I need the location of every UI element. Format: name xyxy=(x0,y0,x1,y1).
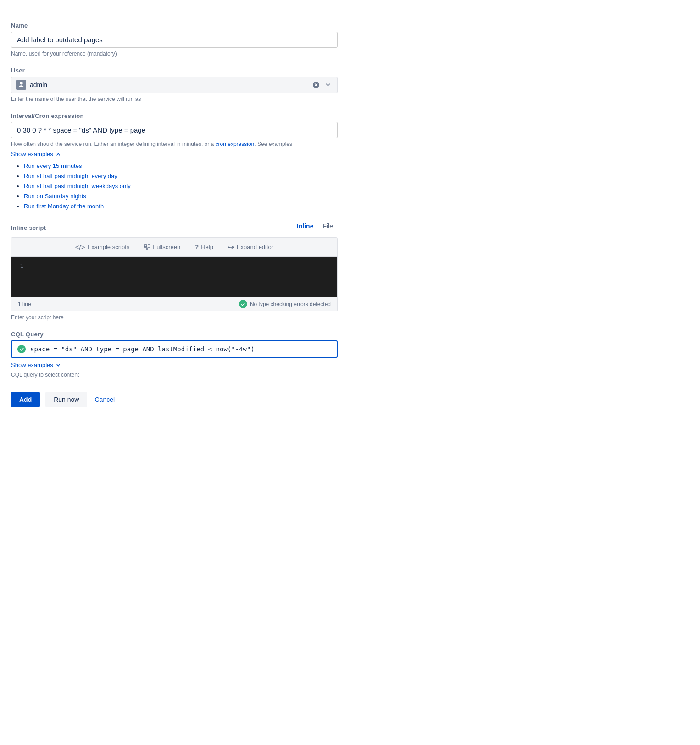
list-item: Run first Monday of the month xyxy=(24,202,338,210)
editor-helper: Enter your script here xyxy=(11,314,338,322)
user-avatar-icon xyxy=(16,80,26,90)
help-icon: ? xyxy=(195,244,199,250)
editor-footer: 1 line No type checking errors detected xyxy=(11,297,337,311)
example-run-first-monday[interactable]: Run first Monday of the month xyxy=(24,203,104,210)
add-button[interactable]: Add xyxy=(11,392,40,407)
tab-file[interactable]: File xyxy=(318,221,338,234)
name-input[interactable] xyxy=(11,32,338,48)
inline-script-label: Inline script xyxy=(11,224,46,231)
cql-input-wrapper xyxy=(11,340,338,358)
cql-label: CQL Query xyxy=(11,331,338,338)
run-now-button[interactable]: Run now xyxy=(45,392,87,407)
cancel-button[interactable]: Cancel xyxy=(93,392,117,407)
cql-input[interactable] xyxy=(30,345,331,353)
user-select-actions xyxy=(311,80,333,89)
name-label: Name xyxy=(11,22,338,29)
tab-group: Inline File xyxy=(292,221,338,234)
help-button[interactable]: ? Help xyxy=(192,242,216,252)
show-examples-button[interactable]: Show examples xyxy=(11,150,61,157)
user-label: User xyxy=(11,67,338,74)
example-run-15min[interactable]: Run every 15 minutes xyxy=(24,162,82,169)
check-icon xyxy=(239,300,247,308)
cql-query-section: CQL Query xyxy=(11,331,338,358)
no-errors: No type checking errors detected xyxy=(239,300,331,308)
list-item: Run at half past midnight weekdays only xyxy=(24,182,338,189)
svg-rect-1 xyxy=(144,245,147,247)
list-item: Run on Saturday nights xyxy=(24,192,338,200)
svg-rect-2 xyxy=(148,248,150,250)
name-helper: Name, used for your reference (mandatory… xyxy=(11,50,338,58)
example-scripts-button[interactable]: </> Example scripts xyxy=(72,241,132,253)
user-name-text: admin xyxy=(30,81,308,89)
user-clear-button[interactable] xyxy=(311,80,321,89)
code-icon: </> xyxy=(75,243,85,251)
script-textarea[interactable] xyxy=(33,262,333,290)
example-run-midnight-weekdays[interactable]: Run at half past midnight weekdays only xyxy=(24,183,131,189)
editor-toolbar: </> Example scripts Fullscreen ? Help Ex… xyxy=(11,238,337,257)
user-dropdown-button[interactable] xyxy=(323,80,333,89)
interval-input[interactable] xyxy=(11,122,338,138)
user-select[interactable]: admin xyxy=(11,77,338,93)
cql-show-examples-button[interactable]: Show examples xyxy=(11,361,61,368)
line-numbers: 1 xyxy=(11,262,30,291)
interval-helper: How often should the service run. Either… xyxy=(11,140,338,148)
fullscreen-button[interactable]: Fullscreen xyxy=(141,242,183,252)
fullscreen-icon xyxy=(144,244,150,250)
cron-expression-link[interactable]: cron expression xyxy=(216,141,255,147)
interval-label: Interval/Cron expression xyxy=(11,112,338,119)
editor-container: </> Example scripts Fullscreen ? Help Ex… xyxy=(11,237,338,311)
cql-check-icon xyxy=(17,345,26,353)
list-item: Run at half past midnight every day xyxy=(24,172,338,179)
expand-editor-button[interactable]: Expand editor xyxy=(225,242,276,252)
inline-script-header: Inline script Inline File xyxy=(11,221,338,234)
example-run-midnight-daily[interactable]: Run at half past midnight every day xyxy=(24,172,117,179)
code-content[interactable] xyxy=(30,262,337,291)
example-run-saturday[interactable]: Run on Saturday nights xyxy=(24,193,86,200)
cql-helper: CQL query to select content xyxy=(11,371,338,379)
actions-row: Add Run now Cancel xyxy=(11,392,338,407)
tab-inline[interactable]: Inline xyxy=(292,221,318,234)
examples-list: Run every 15 minutes Run at half past mi… xyxy=(11,162,338,210)
user-helper: Enter the name of the user that the serv… xyxy=(11,95,338,103)
line-count: 1 line xyxy=(18,301,31,307)
expand-icon xyxy=(228,244,234,250)
code-editor[interactable]: 1 xyxy=(11,257,337,297)
list-item: Run every 15 minutes xyxy=(24,162,338,169)
